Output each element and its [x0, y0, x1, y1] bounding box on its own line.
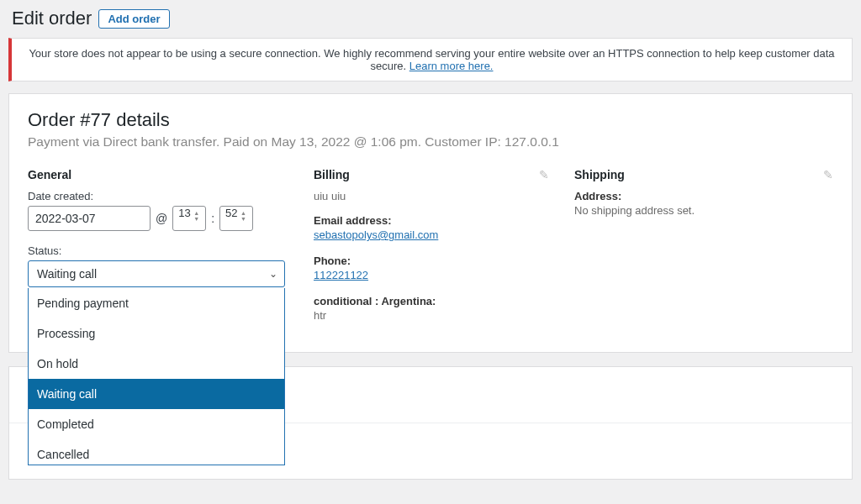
https-warning-notice: Your store does not appear to be using a… — [8, 38, 853, 81]
edit-billing-icon[interactable]: ✎ — [539, 168, 549, 181]
at-symbol: @ — [156, 212, 167, 225]
general-heading: General — [28, 168, 314, 181]
shipping-column: ✎ Shipping Address: No shipping address … — [574, 168, 833, 335]
order-title: Order #77 details — [28, 109, 833, 131]
add-order-button[interactable]: Add order — [98, 9, 169, 29]
edit-shipping-icon[interactable]: ✎ — [823, 168, 833, 181]
status-option-waiting-call[interactable]: Waiting call — [29, 379, 284, 409]
billing-name: uiu uiu — [314, 190, 574, 202]
status-select-value: Waiting call — [37, 267, 97, 281]
chevron-down-icon: ⌄ — [269, 268, 277, 280]
minute-spinner-icon[interactable]: ▲▼ — [240, 210, 251, 227]
hour-input[interactable]: 13 ▲▼ — [172, 206, 206, 231]
status-label: Status: — [28, 244, 314, 257]
status-option-processing[interactable]: Processing — [29, 318, 284, 349]
status-option-on-hold[interactable]: On hold — [29, 349, 284, 379]
time-colon: : — [211, 212, 214, 225]
order-subtitle: Payment via Direct bank transfer. Paid o… — [28, 134, 833, 150]
shipping-heading: Shipping — [574, 168, 833, 181]
billing-column: ✎ Billing uiu uiu Email address: sebasto… — [314, 168, 574, 335]
billing-email-label: Email address: — [314, 214, 574, 227]
billing-conditional-value: htr — [314, 309, 574, 322]
status-option-cancelled[interactable]: Cancelled — [29, 439, 284, 465]
billing-phone-label: Phone: — [314, 255, 574, 267]
page-title: Edit order — [12, 8, 92, 29]
minute-input[interactable]: 52 ▲▼ — [219, 206, 253, 231]
shipping-address-value: No shipping address set. — [574, 204, 833, 217]
hour-spinner-icon[interactable]: ▲▼ — [193, 210, 203, 227]
billing-heading: Billing — [314, 168, 574, 181]
status-listbox: Pending payment Processing On hold Waiti… — [28, 288, 285, 465]
date-created-label: Date created: — [28, 190, 314, 202]
date-created-row: @ 13 ▲▼ : 52 ▲▼ — [28, 206, 314, 231]
order-details-panel: Order #77 details Payment via Direct ban… — [8, 93, 853, 353]
status-option-completed[interactable]: Completed — [29, 409, 284, 439]
date-created-input[interactable] — [28, 206, 151, 231]
general-column: General Date created: @ 13 ▲▼ : 52 ▲▼ St… — [28, 168, 314, 335]
billing-email-link[interactable]: sebastopolys@gmail.com — [314, 228, 438, 241]
page-header: Edit order Add order — [0, 0, 861, 38]
notice-learn-more-link[interactable]: Learn more here. — [409, 60, 494, 72]
status-select-wrap: Waiting call ⌄ Pending payment Processin… — [28, 260, 314, 287]
shipping-address-label: Address: — [574, 190, 833, 202]
status-select[interactable]: Waiting call ⌄ — [28, 260, 285, 287]
billing-phone-link[interactable]: 112221122 — [314, 269, 368, 281]
billing-conditional-label: conditional : Argentina: — [314, 295, 574, 307]
status-option-pending-payment[interactable]: Pending payment — [29, 288, 284, 318]
